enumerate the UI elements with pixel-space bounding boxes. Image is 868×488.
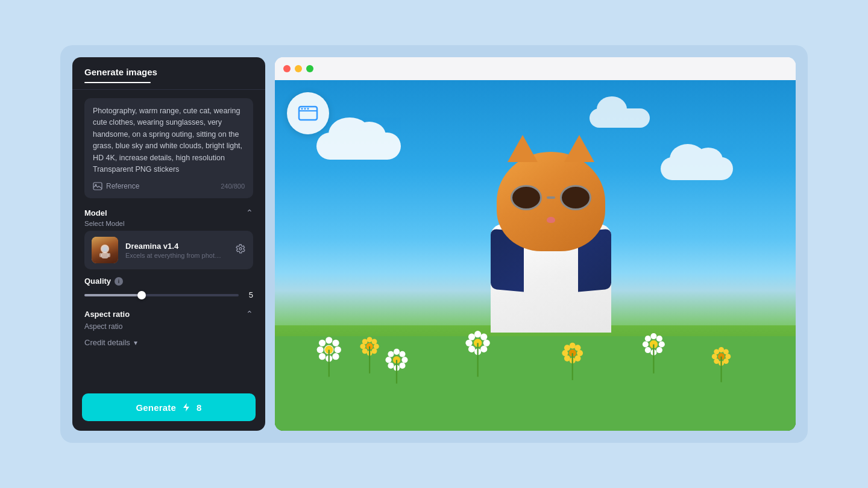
cat-nose xyxy=(547,217,555,223)
prompt-footer: Reference 240/800 xyxy=(93,181,245,191)
aspect-ratio-chevron-icon[interactable]: ⌃ xyxy=(246,309,253,319)
reference-label: Reference xyxy=(106,182,139,190)
svg-point-82 xyxy=(301,108,303,110)
cat-ear-right xyxy=(564,135,594,162)
model-settings-icon[interactable] xyxy=(235,243,246,257)
credit-chevron-icon[interactable]: ▾ xyxy=(134,339,137,347)
svg-point-84 xyxy=(307,108,309,110)
model-thumbnail xyxy=(92,237,118,263)
cat-ear-left xyxy=(508,135,538,162)
reference-button[interactable]: Reference xyxy=(93,181,139,191)
model-desc: Excels at everything from photorealis... xyxy=(125,252,222,259)
browser-app-icon xyxy=(287,92,329,134)
generated-image-container xyxy=(275,80,796,431)
window-icon xyxy=(297,102,319,125)
browser-dot-yellow[interactable] xyxy=(295,65,302,72)
slider-thumb[interactable] xyxy=(137,291,146,299)
cloud-2 xyxy=(661,157,733,180)
lightning-icon xyxy=(181,402,192,413)
sunglass-lens-right xyxy=(560,185,591,210)
model-card[interactable]: Dreamina v1.4 Excels at everything from … xyxy=(84,231,253,269)
browser-dot-green[interactable] xyxy=(306,65,313,72)
aspect-ratio-section: Aspect ratio ⌃ Aspect ratio xyxy=(84,307,253,331)
panel-body: Photography, warm range, cute cat, weari… xyxy=(72,90,265,393)
select-model-label: Select Model xyxy=(84,220,253,227)
grass-foreground xyxy=(275,325,796,431)
cat-head xyxy=(497,152,605,251)
sunglass-lens-left xyxy=(511,185,542,210)
svg-point-3 xyxy=(102,246,108,252)
cloud-3 xyxy=(590,108,650,128)
model-section-header: Model ⌃ xyxy=(84,205,253,220)
svg-rect-6 xyxy=(108,253,110,257)
prompt-area[interactable]: Photography, warm range, cute cat, weari… xyxy=(84,98,253,198)
credit-details-row[interactable]: Credit details ▾ xyxy=(84,338,253,347)
model-name: Dreamina v1.4 xyxy=(125,242,228,251)
model-section-title: Model xyxy=(84,208,107,217)
sunglasses xyxy=(511,185,591,210)
panel-title-underline xyxy=(84,82,151,83)
aspect-ratio-title: Aspect ratio xyxy=(84,310,130,319)
quality-section: Quality i 5 xyxy=(84,277,253,299)
right-panel xyxy=(275,57,796,431)
cat-scene xyxy=(275,80,796,431)
browser-bar xyxy=(275,57,796,80)
char-count: 240/800 xyxy=(221,183,245,190)
svg-marker-7 xyxy=(183,403,189,411)
left-panel: Generate images Photography, warm range,… xyxy=(72,57,265,431)
aspect-ratio-header: Aspect ratio ⌃ xyxy=(84,307,253,321)
model-info: Dreamina v1.4 Excels at everything from … xyxy=(125,242,228,259)
app-container: Generate images Photography, warm range,… xyxy=(60,45,808,443)
sunglass-bridge xyxy=(547,196,555,199)
browser-dot-red[interactable] xyxy=(283,65,291,72)
prompt-text[interactable]: Photography, warm range, cute cat, weari… xyxy=(93,105,245,175)
svg-rect-4 xyxy=(101,252,108,258)
generate-button[interactable]: Generate 8 xyxy=(82,393,256,421)
quality-slider[interactable] xyxy=(84,294,239,296)
quality-value: 5 xyxy=(246,290,253,299)
panel-header: Generate images xyxy=(72,57,265,90)
quality-info-icon[interactable]: i xyxy=(115,277,123,286)
model-chevron-icon[interactable]: ⌃ xyxy=(246,208,253,217)
credit-label: Credit details xyxy=(84,338,130,347)
quality-label: Quality xyxy=(84,277,111,286)
svg-rect-5 xyxy=(99,253,102,257)
generate-label: Generate xyxy=(136,402,176,413)
cat-body xyxy=(473,152,629,333)
model-section: Model ⌃ Select Model xyxy=(84,205,253,269)
astronaut-icon xyxy=(98,244,112,261)
panel-title: Generate images xyxy=(84,67,253,77)
svg-point-83 xyxy=(304,108,306,110)
image-icon xyxy=(93,181,102,191)
slider-fill xyxy=(84,294,142,296)
cloud-1 xyxy=(316,133,401,160)
quality-header: Quality i xyxy=(84,277,253,286)
quality-row: 5 xyxy=(84,290,253,299)
generate-credit-count: 8 xyxy=(197,402,202,413)
aspect-ratio-value: Aspect ratio xyxy=(84,322,253,331)
